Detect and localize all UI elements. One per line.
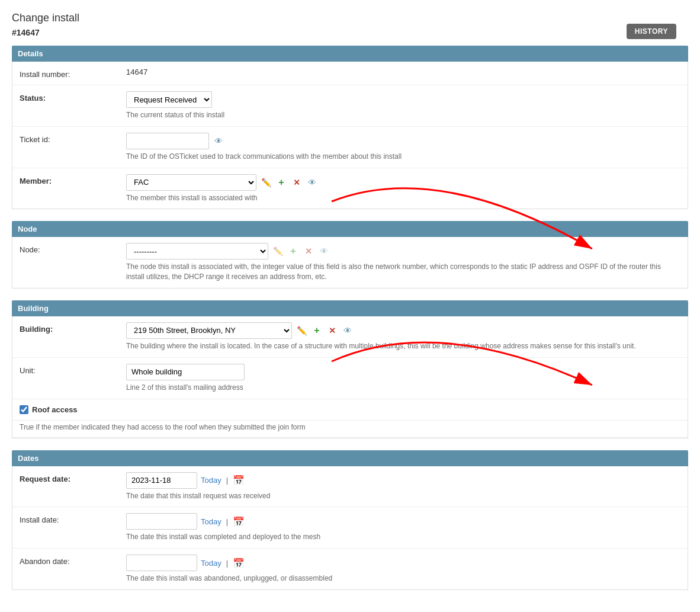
member-eye-icon[interactable]: 👁 — [306, 177, 318, 188]
node-section-header: Node — [12, 221, 688, 237]
status-select[interactable]: Request Received Active Inactive Closed — [126, 91, 212, 108]
ticket-id-label: Ticket id: — [20, 133, 126, 144]
building-label: Building: — [20, 322, 126, 334]
unit-input[interactable] — [126, 364, 245, 380]
ticket-id-description: The ID of the OSTicket used to track com… — [126, 152, 680, 162]
install-id: #14647 — [12, 28, 688, 37]
member-label: Member: — [20, 174, 126, 185]
status-description: The current status of this install — [126, 110, 680, 120]
abandon-date-row: Abandon date: Today | 📅 The date this in… — [12, 549, 688, 589]
building-remove-icon[interactable]: ✕ — [326, 325, 338, 337]
ticket-id-input[interactable] — [126, 133, 209, 149]
node-add-icon[interactable]: + — [287, 245, 299, 257]
request-date-calendar-icon[interactable]: 📅 — [233, 475, 245, 486]
building-row: Building: 219 50th Street, Brooklyn, NY … — [12, 316, 688, 358]
building-description: The building where the install is locate… — [126, 341, 680, 351]
install-number-row: Install number: 14647 — [12, 62, 688, 85]
history-button[interactable]: HISTORY — [627, 24, 676, 39]
dates-section-header: Dates — [12, 450, 688, 466]
install-date-today-link[interactable]: Today — [201, 517, 221, 526]
request-date-input[interactable] — [126, 472, 197, 489]
unit-label: Unit: — [20, 364, 126, 375]
install-date-input[interactable] — [126, 513, 197, 530]
status-label: Status: — [20, 91, 126, 102]
building-select[interactable]: 219 50th Street, Brooklyn, NY — [126, 322, 292, 339]
details-section: Details Install number: 14647 Status: Re… — [12, 46, 688, 209]
abandon-date-today-link[interactable]: Today — [201, 559, 221, 568]
node-label: Node: — [20, 243, 126, 254]
ticket-id-eye-icon[interactable]: 👁 — [213, 135, 224, 147]
request-date-label: Request date: — [20, 472, 126, 483]
roof-access-description: True if the member indicated they had ac… — [12, 421, 688, 438]
node-remove-icon[interactable]: ✕ — [303, 245, 314, 257]
install-date-description: The date this install was completed and … — [126, 532, 680, 542]
install-date-label: Install date: — [20, 513, 126, 524]
roof-access-checkbox[interactable] — [20, 405, 28, 414]
node-description: The node this install is associated with… — [126, 262, 680, 282]
details-section-header: Details — [12, 46, 688, 62]
member-select[interactable]: FAC — [126, 174, 256, 191]
building-eye-icon[interactable]: 👁 — [342, 325, 354, 337]
install-number-value: 14647 — [126, 68, 147, 76]
roof-access-row: Roof access — [12, 399, 688, 421]
abandon-date-input[interactable] — [126, 555, 197, 571]
abandon-date-description: The date this install was abandoned, unp… — [126, 573, 680, 584]
install-date-calendar-icon[interactable]: 📅 — [233, 516, 245, 527]
install-number-label: Install number: — [20, 68, 126, 79]
page-title: Change install — [12, 12, 688, 24]
request-date-row: Request date: Today | 📅 The date that th… — [12, 466, 688, 508]
building-section-header: Building — [12, 300, 688, 316]
node-row: Node: --------- ✏️ + ✕ 👁 The node this i… — [12, 237, 688, 288]
unit-row: Unit: Line 2 of this install's mailing a… — [12, 358, 688, 399]
request-date-description: The date that this install request was r… — [126, 491, 680, 501]
building-add-icon[interactable]: + — [311, 325, 323, 337]
node-eye-icon[interactable]: 👁 — [318, 245, 330, 257]
member-edit-icon[interactable]: ✏️ — [260, 177, 272, 188]
abandon-date-label: Abandon date: — [20, 555, 126, 566]
building-edit-icon[interactable]: ✏️ — [296, 325, 307, 337]
install-date-row: Install date: Today | 📅 The date this in… — [12, 507, 688, 549]
node-select[interactable]: --------- — [126, 243, 268, 259]
status-row: Status: Request Received Active Inactive… — [12, 85, 688, 127]
roof-access-label: Roof access — [32, 405, 78, 414]
member-remove-icon[interactable]: ✕ — [291, 177, 303, 188]
member-description: The member this install is associated wi… — [126, 193, 680, 203]
ticket-id-row: Ticket id: 👁 The ID of the OSTicket used… — [12, 127, 688, 168]
node-edit-icon[interactable]: ✏️ — [272, 245, 284, 257]
member-row: Member: FAC ✏️ + ✕ 👁 The member this ins… — [12, 168, 688, 209]
node-section: Node Node: --------- ✏️ + ✕ 👁 The node t… — [12, 221, 688, 289]
building-section: Building Building: 219 50th Street, Broo… — [12, 300, 688, 438]
abandon-date-calendar-icon[interactable]: 📅 — [233, 557, 245, 569]
dates-section: Dates Request date: Today | 📅 The date t… — [12, 450, 688, 590]
unit-description: Line 2 of this install's mailing address — [126, 383, 680, 393]
member-add-icon[interactable]: + — [275, 177, 287, 188]
request-date-today-link[interactable]: Today — [201, 476, 221, 485]
